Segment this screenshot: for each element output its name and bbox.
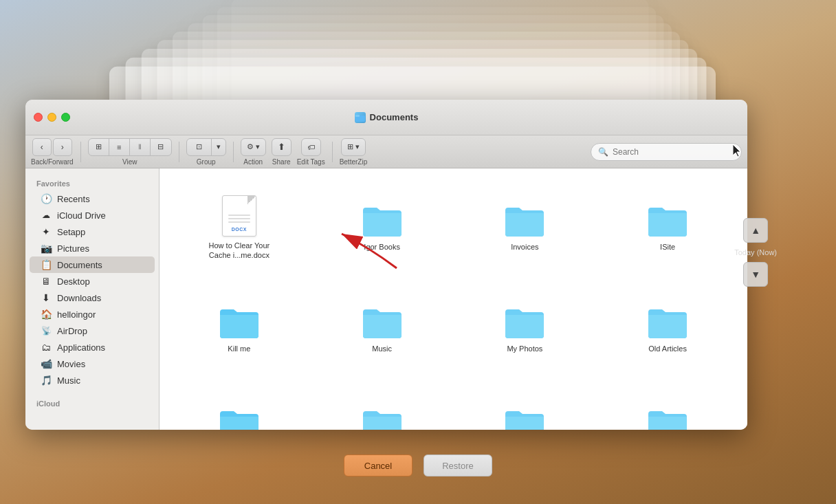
- sidebar-item-movies[interactable]: 📹 Movies: [30, 355, 155, 372]
- folder-icon: [647, 407, 688, 430]
- view-section: ⊞ ≡ ⫴ ⊟ View: [88, 138, 172, 166]
- content-area: Favorites 🕐 Recents ☁ iCloud Drive ✦ Set…: [25, 168, 747, 430]
- file-grid: DOCX How to Clear Your Cache i...me.docx…: [160, 168, 747, 430]
- action-button[interactable]: ⚙ ▾: [241, 138, 266, 156]
- home-icon: 🏠: [41, 309, 52, 320]
- bottom-buttons: Cancel Restore: [344, 454, 492, 476]
- sidebar-item-applications[interactable]: 🗂 Applications: [30, 339, 155, 355]
- sidebar-item-label: Desktop: [57, 276, 90, 287]
- file-name: My Photos: [507, 344, 542, 353]
- file-item-music[interactable]: Music: [314, 281, 451, 377]
- action-label: Action: [243, 158, 263, 166]
- sidebar-item-label: Applications: [57, 342, 105, 353]
- close-button[interactable]: [34, 113, 43, 122]
- restore-button[interactable]: Restore: [424, 454, 492, 476]
- group-label: Group: [197, 158, 216, 166]
- sidebar-item-desktop[interactable]: 🖥 Desktop: [30, 273, 155, 289]
- sidebar-item-label: Recents: [57, 194, 90, 204]
- file-item-invoices[interactable]: Invoices: [456, 179, 594, 276]
- group-section: ⊡ ▾ Group: [186, 138, 226, 166]
- title-bar: Documents: [25, 100, 747, 135]
- file-name: ISite: [660, 242, 675, 252]
- cancel-button[interactable]: Cancel: [344, 454, 412, 476]
- pictures-icon: 📷: [41, 243, 52, 254]
- sidebar-item-label: Documents: [57, 260, 102, 270]
- view-column-btn[interactable]: ⫴: [130, 139, 151, 155]
- sidebar-item-recents[interactable]: 🕐 Recents: [30, 190, 155, 207]
- sidebar-item-setapp[interactable]: ✦ Setapp: [30, 223, 155, 240]
- file-item-real-people-cases[interactable]: Real People Cases: [599, 383, 736, 430]
- sidebar-item-label: Movies: [57, 359, 85, 369]
- search-icon: 🔍: [598, 147, 608, 157]
- file-item-how-to-clear[interactable]: DOCX How to Clear Your Cache i...me.docx: [170, 179, 308, 276]
- documents-icon: 📋: [41, 259, 52, 270]
- applications-icon: 🗂: [41, 342, 52, 353]
- view-gallery-btn[interactable]: ⊟: [151, 139, 171, 155]
- sidebar-item-helloingor[interactable]: 🏠 helloingor: [30, 306, 155, 322]
- view-list-btn[interactable]: ≡: [109, 139, 130, 155]
- divider-1: [80, 142, 81, 162]
- sidebar-item-label: helloingor: [57, 309, 96, 320]
- sidebar-item-documents[interactable]: 📋 Documents: [30, 256, 155, 273]
- sidebar-item-downloads[interactable]: ⬇ Downloads: [30, 289, 155, 306]
- folder-icon: [647, 305, 688, 340]
- sidebar-item-label: Music: [57, 375, 80, 386]
- minimize-button[interactable]: [47, 113, 56, 122]
- favorites-header: Favorites: [25, 174, 159, 190]
- file-item-portfolio[interactable]: Portfolio: [314, 383, 451, 430]
- sidebar-item-icloud-drive[interactable]: ☁ iCloud Drive: [30, 207, 155, 223]
- file-item-old-articles[interactable]: Old Articles: [599, 281, 736, 377]
- back-button[interactable]: ‹: [32, 138, 52, 156]
- betterzip-button[interactable]: ⊞ ▾: [341, 138, 366, 156]
- folder-icon: [219, 407, 260, 430]
- share-icon: ⬆: [278, 142, 285, 152]
- file-name: Old Articles: [648, 344, 687, 353]
- folder-icon: [504, 305, 545, 340]
- nav-label: Back/Forward: [31, 158, 74, 166]
- view-button-group: ⊞ ≡ ⫴ ⊟: [88, 138, 172, 156]
- divider-3: [233, 142, 234, 162]
- gear-icon: ⚙: [247, 142, 254, 151]
- folder-icon: [504, 407, 545, 430]
- sidebar-item-airdrop[interactable]: 📡 AirDrop: [30, 322, 155, 339]
- scroll-up-button[interactable]: ▲: [743, 218, 768, 243]
- icloud-icon: ☁: [41, 210, 52, 221]
- forward-button[interactable]: ›: [53, 138, 72, 156]
- file-item-kill-me[interactable]: Kill me: [170, 281, 308, 377]
- edit-tags-button[interactable]: 🏷: [301, 138, 321, 156]
- search-bar[interactable]: 🔍: [591, 143, 742, 161]
- edit-tags-label: Edit Tags: [297, 158, 325, 166]
- action-dropdown-arrow: ▾: [256, 142, 260, 151]
- tag-icon: 🏷: [307, 143, 315, 151]
- file-item-isite[interactable]: ISite: [599, 179, 736, 276]
- scroll-down-button[interactable]: ▼: [743, 262, 768, 287]
- group-grid-btn[interactable]: ⊡: [187, 139, 212, 155]
- sidebar-item-label: Pictures: [57, 243, 89, 254]
- search-input[interactable]: [613, 147, 734, 157]
- window-title-text: Documents: [370, 112, 419, 122]
- file-name: Kill me: [228, 344, 250, 353]
- share-section: ⬆ Share: [272, 138, 292, 166]
- sidebar-item-label: Downloads: [57, 293, 101, 303]
- downloads-icon: ⬇: [41, 292, 52, 303]
- window-folder-icon: [355, 112, 366, 123]
- sidebar-item-music[interactable]: 🎵 Music: [30, 372, 155, 388]
- today-now-label: Today (Now): [734, 248, 777, 256]
- view-icon-btn[interactable]: ⊞: [89, 139, 109, 155]
- folder-icon: [362, 204, 403, 238]
- maximize-button[interactable]: [61, 113, 70, 122]
- betterzip-label: BetterZip: [340, 158, 368, 166]
- sidebar-item-pictures[interactable]: 📷 Pictures: [30, 240, 155, 256]
- action-section: ⚙ ▾ Action: [241, 138, 266, 166]
- folder-icon: [504, 204, 545, 238]
- file-item-privat[interactable]: Privat: [456, 383, 594, 430]
- file-item-my-photos[interactable]: My Photos: [456, 281, 594, 377]
- icloud-header: iCloud: [25, 394, 159, 410]
- betterzip-dropdown: ▾: [355, 142, 360, 151]
- right-panel: ▲ Today (Now) ▼: [734, 218, 777, 287]
- group-dropdown-btn[interactable]: ▾: [212, 139, 226, 155]
- file-item-pg[interactable]: PG: [170, 383, 308, 430]
- file-item-igor-books[interactable]: Igor Books: [314, 179, 451, 276]
- share-button[interactable]: ⬆: [272, 138, 292, 156]
- docx-icon: DOCX: [222, 195, 256, 237]
